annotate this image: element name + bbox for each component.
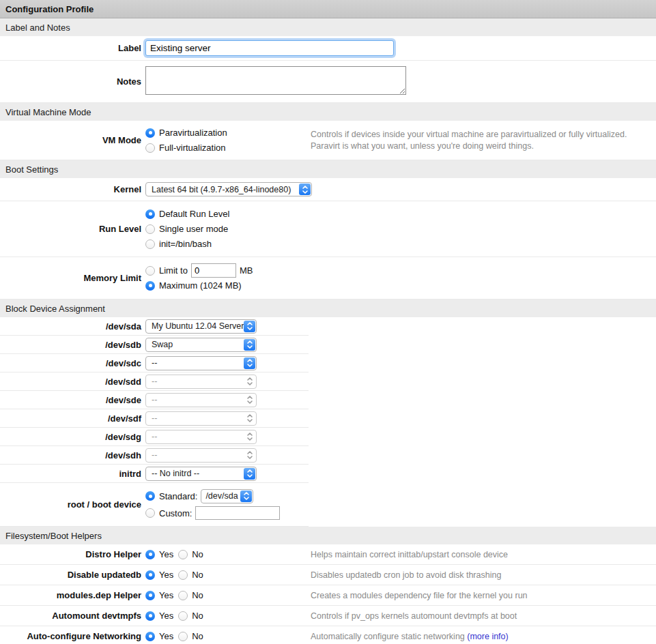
vm-mode-option-paravirtualization[interactable]: Paravirtualization: [145, 126, 227, 140]
more-info-link[interactable]: (more info): [467, 631, 508, 641]
helper-row-distro-helper: Distro Helper Yes No Helps maintain corr…: [0, 544, 656, 565]
section-header-label-and-notes: Label and Notes: [0, 18, 656, 36]
vm-mode-help-text: Controls if devices inside your virtual …: [311, 129, 631, 152]
memory-limit-row: Memory Limit Limit to MB Maximum (1024 M…: [0, 257, 656, 299]
radio-selected-icon[interactable]: [145, 491, 155, 501]
radio-icon[interactable]: [145, 239, 155, 249]
device-label: /dev/sdg: [0, 432, 141, 442]
no-label: No: [192, 631, 203, 641]
root-boot-custom-option[interactable]: Custom:: [145, 505, 280, 521]
block-device-row-sdd: /dev/sdd --: [0, 372, 309, 391]
section-header-vm-mode: Virtual Machine Mode: [0, 103, 656, 121]
helper-row-modules-dep: modules.dep Helper Yes No Creates a modu…: [0, 585, 656, 606]
select-value: Swap: [146, 340, 256, 349]
helper-label: Auto-configure Networking: [0, 631, 141, 641]
radio-selected-icon[interactable]: [145, 281, 155, 291]
device-sdg-select-disabled: --: [145, 430, 257, 444]
helper-row-disable-updatedb: Disable updatedb Yes No Disables updated…: [0, 565, 656, 585]
radio-icon[interactable]: [178, 632, 188, 641]
helper-help-text: Disables updatedb cron job to avoid disk…: [311, 569, 638, 581]
block-device-row-sdc: /dev/sdc --: [0, 354, 309, 372]
radio-selected-icon[interactable]: [145, 209, 155, 219]
radio-selected-icon[interactable]: [145, 570, 155, 580]
select-value: --: [146, 395, 256, 405]
radio-label: Limit to: [159, 265, 188, 276]
run-level-option-init-bin-bash[interactable]: init=/bin/bash: [145, 237, 229, 251]
helper-label: modules.dep Helper: [0, 590, 141, 600]
select-stepper-icon: [244, 357, 255, 369]
help-text-fragment: Automatically configure static networkin…: [311, 631, 467, 641]
initrd-label: initrd: [0, 469, 141, 479]
radio-selected-icon[interactable]: [145, 128, 155, 138]
device-label: /dev/sda: [0, 321, 141, 332]
select-stepper-icon: [244, 431, 255, 443]
root-boot-standard-option[interactable]: Standard: /dev/sda: [145, 488, 280, 504]
device-label: /dev/sdb: [0, 340, 141, 350]
select-stepper-icon: [244, 376, 255, 387]
memory-limit-label: Memory Limit: [0, 273, 141, 283]
select-value: My Ubuntu 12.04 Server: [146, 321, 256, 331]
select-stepper-icon: [240, 491, 252, 502]
memory-limit-input[interactable]: [191, 263, 236, 278]
block-device-row-sdh: /dev/sdh --: [0, 446, 309, 465]
vm-mode-option-full-virtualization[interactable]: Full-virtualization: [145, 141, 227, 155]
select-value: Latest 64 bit (4.9.7-x86_64-linode80): [146, 185, 311, 194]
radio-icon[interactable]: [178, 611, 188, 621]
device-sdd-select-disabled: --: [145, 375, 257, 389]
run-level-option-default[interactable]: Default Run Level: [145, 207, 229, 221]
page-title: Configuration Profile: [5, 4, 94, 14]
select-stepper-icon: [299, 184, 311, 195]
device-sdh-select-disabled: --: [145, 448, 257, 463]
helper-label: Automount devtmpfs: [0, 611, 141, 621]
device-sdc-select[interactable]: --: [145, 356, 257, 370]
select-stepper-icon: [244, 468, 255, 480]
block-device-row-sdf: /dev/sdf --: [0, 409, 309, 428]
radio-icon[interactable]: [145, 266, 155, 276]
no-label: No: [192, 611, 203, 621]
memory-limit-option-limit-to[interactable]: Limit to MB: [145, 263, 253, 278]
notes-textarea[interactable]: [145, 66, 406, 95]
block-device-row-sde: /dev/sde --: [0, 391, 309, 409]
section-header-filesystem-boot-helpers: Filesystem/Boot Helpers: [0, 527, 656, 544]
kernel-select[interactable]: Latest 64 bit (4.9.7-x86_64-linode80): [145, 182, 312, 196]
initrd-select[interactable]: -- No initrd --: [145, 467, 257, 481]
radio-icon[interactable]: [145, 224, 155, 234]
run-level-option-single-user[interactable]: Single user mode: [145, 222, 229, 236]
select-stepper-icon: [244, 413, 255, 424]
root-device-select[interactable]: /dev/sda: [201, 489, 253, 503]
radio-label: Standard:: [159, 491, 197, 501]
radio-icon[interactable]: [145, 143, 155, 153]
label-field-label: Label: [0, 43, 141, 53]
device-label: /dev/sdc: [0, 358, 141, 368]
helper-row-auto-configure-networking: Auto-configure Networking Yes No Automat…: [0, 626, 656, 644]
radio-icon[interactable]: [178, 591, 188, 600]
radio-selected-icon[interactable]: [145, 591, 155, 600]
section-title: Boot Settings: [5, 164, 58, 175]
radio-label: Default Run Level: [159, 209, 229, 219]
page-title-bar: Configuration Profile: [0, 0, 656, 18]
radio-selected-icon[interactable]: [145, 611, 155, 621]
helper-label: Disable updatedb: [0, 570, 141, 580]
section-title: Label and Notes: [5, 23, 70, 33]
section-header-boot-settings: Boot Settings: [0, 160, 656, 178]
no-label: No: [192, 570, 203, 580]
yes-label: Yes: [159, 631, 173, 641]
label-input[interactable]: [145, 40, 394, 56]
block-device-row-sdg: /dev/sdg --: [0, 428, 309, 446]
device-sda-select[interactable]: My Ubuntu 12.04 Server: [145, 319, 257, 334]
block-device-row-sdb: /dev/sdb Swap: [0, 336, 309, 354]
yes-label: Yes: [159, 590, 173, 600]
run-level-label: Run Level: [0, 224, 141, 234]
radio-icon[interactable]: [178, 570, 188, 580]
device-label: /dev/sdd: [0, 377, 141, 387]
memory-limit-option-maximum[interactable]: Maximum (1024 MB): [145, 278, 253, 293]
radio-icon[interactable]: [178, 550, 188, 559]
radio-icon[interactable]: [145, 508, 155, 518]
device-sdb-select[interactable]: Swap: [145, 338, 257, 352]
notes-row: Notes: [0, 61, 656, 103]
radio-selected-icon[interactable]: [145, 632, 155, 641]
radio-selected-icon[interactable]: [145, 550, 155, 559]
custom-root-device-input[interactable]: [195, 506, 280, 520]
select-value: -- No initrd --: [146, 469, 256, 478]
select-value: --: [146, 377, 256, 386]
